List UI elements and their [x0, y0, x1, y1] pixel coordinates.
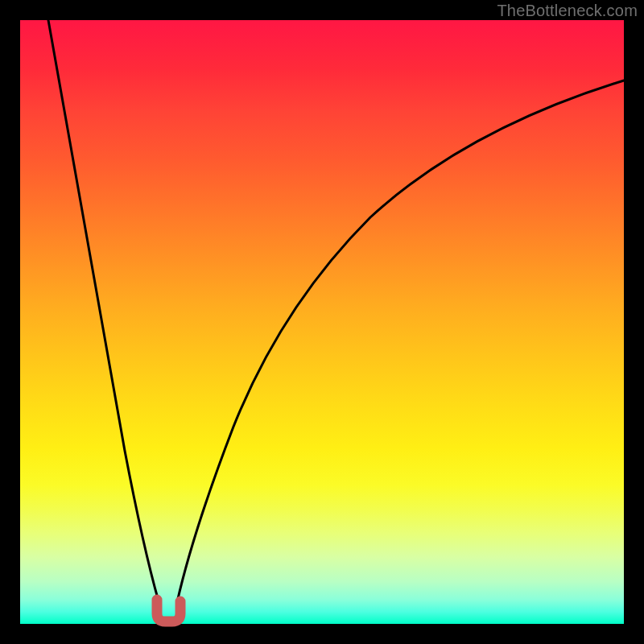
curve-right-branch [177, 80, 624, 602]
watermark-text: TheBottleneck.com [497, 2, 638, 20]
optimal-marker [157, 600, 180, 621]
chart-frame: TheBottleneck.com [0, 0, 644, 644]
curve-left-branch [48, 20, 159, 601]
bottleneck-curve [0, 0, 644, 644]
